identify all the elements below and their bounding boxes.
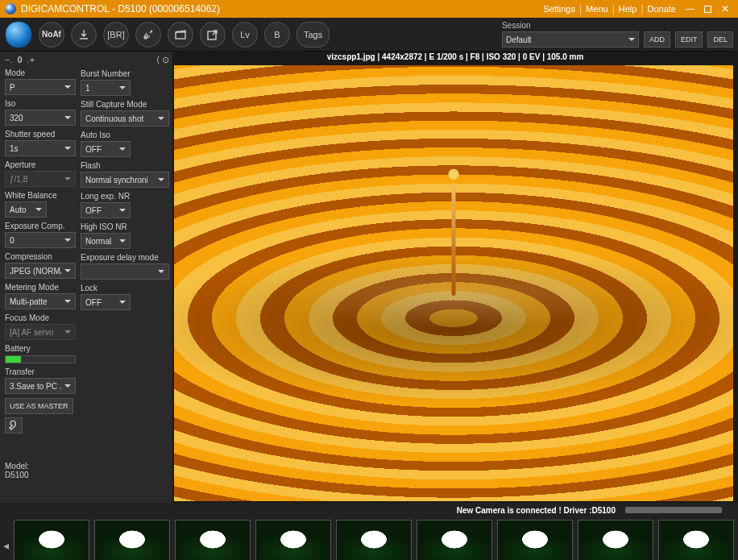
wb-label: White Balance (5, 191, 74, 200)
link-settings[interactable]: Settings (543, 4, 575, 14)
capture-button[interactable] (5, 21, 32, 48)
thumbnail[interactable]: DSC00086.JPG (336, 520, 412, 560)
thumbnail-image (256, 521, 330, 560)
thumbnail[interactable]: DSC00084.JPG (94, 520, 170, 560)
lock-select[interactable]: OFF (81, 294, 131, 310)
transfer-select[interactable]: 3.Save to PC . (5, 378, 76, 394)
tools-button[interactable] (135, 22, 161, 48)
highnr-select[interactable]: Normal (81, 233, 131, 249)
autoiso-label: Auto Iso (81, 131, 169, 139)
chevron-down-icon (64, 147, 71, 150)
session-select[interactable]: Default (502, 31, 639, 48)
maximize-button[interactable] (699, 3, 715, 15)
app-icon (5, 3, 16, 15)
bracket-button[interactable]: [BR] (103, 22, 129, 48)
chevron-down-icon (64, 330, 71, 334)
thumbnail-image (659, 521, 733, 560)
noaf-button[interactable]: NoAf (39, 22, 64, 48)
mode-select[interactable]: P (5, 79, 76, 95)
aperture-select[interactable]: ƒ/1,8 (5, 171, 76, 187)
external-button[interactable] (200, 22, 226, 48)
wb-select[interactable]: Auto (5, 201, 47, 218)
ev-minus[interactable]: −. (5, 55, 12, 64)
filmstrip-prev[interactable]: ◂ (3, 520, 9, 560)
longnr-label: Long exp. NR (81, 192, 169, 201)
wrench-button[interactable] (5, 417, 23, 433)
tags-button[interactable]: Tags (296, 22, 330, 48)
model-label: Model: (5, 462, 29, 471)
expdelay-select[interactable] (81, 263, 169, 280)
chevron-down-icon (158, 270, 164, 273)
thumbnail[interactable]: DSC00089.JPG (497, 520, 573, 560)
chevron-down-icon (628, 38, 635, 41)
download-button[interactable] (71, 22, 97, 48)
thumbnail-image (95, 521, 169, 560)
external-icon (206, 28, 219, 41)
clapper-button[interactable] (168, 22, 193, 48)
longnr-select[interactable]: OFF (81, 202, 131, 218)
collapse-icon[interactable]: ⟨ ⊙ (156, 55, 169, 65)
image-info: vizcspp1.jpg | 4424x2872 | E 1/200 s | F… (172, 52, 738, 64)
compression-label: Compression (5, 252, 74, 261)
mode-label: Mode (5, 68, 74, 77)
autoiso-select[interactable]: OFF (81, 141, 131, 157)
link-donate[interactable]: Donate (648, 4, 676, 14)
chevron-down-icon (64, 116, 71, 119)
chevron-down-icon (64, 239, 71, 242)
thumbnail-image (578, 521, 653, 560)
thumbnail-image (176, 521, 250, 560)
tools-icon (142, 28, 155, 41)
thumbnail[interactable]: DSC00089_enfuse0.jpg (578, 520, 653, 560)
minimize-button[interactable]: — (682, 3, 698, 15)
thumbnail[interactable]: DSC00083.JPG (14, 520, 89, 560)
status-message: New Camera is connected ! Driver :D5100 (457, 506, 616, 515)
stillcap-label: Still Capture Mode (81, 100, 169, 109)
ev-zero[interactable]: 0 (17, 55, 22, 64)
chevron-down-icon (64, 300, 71, 303)
battery-meter (5, 355, 76, 363)
stillcap-select[interactable]: Continuous shot (81, 110, 169, 127)
shutter-label: Shutter speed (5, 130, 74, 139)
lock-label: Lock (81, 284, 169, 292)
burst-label: Burst Number (81, 69, 169, 78)
chevron-down-icon (119, 147, 126, 151)
session-del-button[interactable]: DEL (707, 31, 733, 48)
session-edit-button[interactable]: EDIT (675, 31, 703, 48)
thumbnail-image (498, 521, 572, 560)
toolbar: NoAf [BR] Lv B Tags Session Default ADD … (0, 18, 738, 52)
clapper-icon (174, 28, 187, 41)
thumbnail[interactable]: DSC00088.JPG (417, 520, 492, 560)
bulb-button[interactable]: B (264, 22, 290, 48)
titlebar: DIGICAMCONTROL - D5100 (000006514062) Se… (0, 0, 738, 18)
use-as-master-button[interactable]: USE AS MASTER (5, 398, 73, 414)
metering-label: Metering Mode (5, 283, 74, 292)
flash-label: Flash (81, 161, 169, 170)
shutter-select[interactable]: 1s (5, 140, 76, 156)
chevron-down-icon (119, 209, 126, 212)
iso-label: Iso (5, 99, 74, 108)
chevron-down-icon (35, 208, 42, 211)
session-value: Default (506, 35, 532, 44)
flash-select[interactable]: Normal synchroni (81, 172, 169, 188)
iso-select[interactable]: 320 (5, 110, 76, 126)
link-menu[interactable]: Menu (586, 4, 608, 14)
session-add-button[interactable]: ADD (644, 31, 670, 48)
chevron-down-icon (158, 178, 164, 181)
image-preview[interactable] (174, 65, 733, 501)
thumbnail[interactable]: DSC00089_enfuse1.jpg (658, 520, 734, 560)
close-button[interactable]: ✕ (717, 3, 733, 15)
expcomp-label: Exposure Comp. (5, 222, 74, 230)
liveview-button[interactable]: Lv (232, 22, 258, 48)
thumbnail[interactable]: DSC00085.JPG (175, 520, 251, 560)
expcomp-select[interactable]: 0 (5, 232, 76, 248)
thumbnail-image (417, 521, 491, 560)
thumbnail[interactable]: DSC00085.JPG (255, 520, 331, 560)
compression-select[interactable]: JPEG (NORMAL) (5, 263, 76, 279)
link-help[interactable]: Help (619, 4, 637, 14)
metering-select[interactable]: Multi-patte (5, 293, 76, 309)
svg-rect-0 (176, 32, 185, 39)
focus-select[interactable]: [A] AF servo (5, 324, 76, 340)
burst-select[interactable]: 1 (81, 80, 131, 96)
ev-plus[interactable]: .+ (27, 55, 35, 64)
model-value: D5100 (5, 471, 29, 479)
